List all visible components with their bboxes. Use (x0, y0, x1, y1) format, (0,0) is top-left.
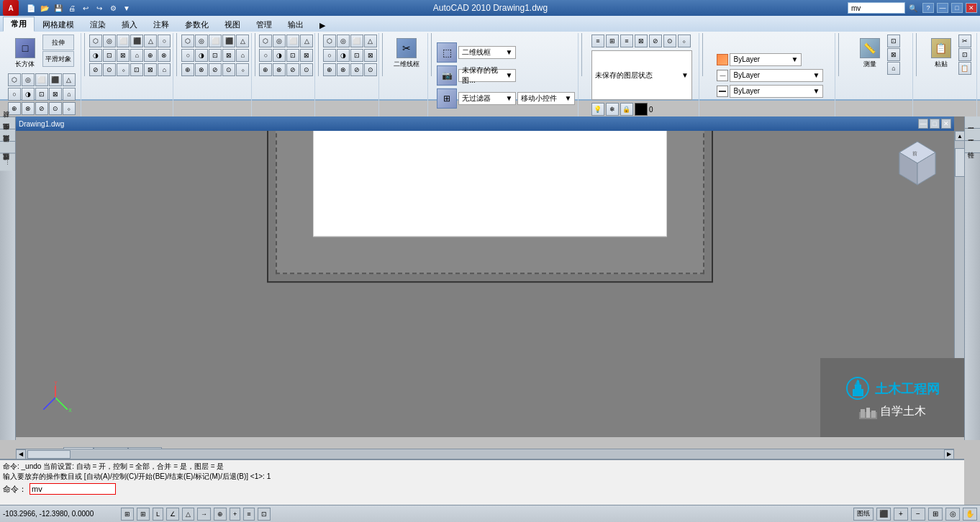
model-space-icon[interactable]: ⬛ (876, 508, 891, 521)
paste-button[interactable]: 📋 粘贴 (925, 35, 957, 72)
mesh-btn-18[interactable]: ⌂ (158, 63, 171, 76)
tool-btn-5[interactable]: △ (63, 73, 76, 86)
drawing-canvas[interactable] (267, 116, 713, 283)
scroll-left-button[interactable]: ◀ (16, 449, 26, 459)
help-button[interactable]: ? (922, 3, 934, 13)
util-btn-2[interactable]: ⊠ (887, 48, 900, 61)
pan-btn[interactable]: ✋ (963, 508, 977, 521)
solid-btn-1[interactable]: ⬡ (181, 35, 194, 47)
solid-btn-13[interactable]: ⊘ (209, 63, 222, 76)
dw-close-button[interactable]: ✕ (941, 119, 951, 129)
solid-btn-6[interactable]: ○ (181, 49, 194, 62)
modify-btn-7[interactable]: ⊡ (350, 49, 363, 62)
view-saved-dropdown[interactable]: 未保存的视图... ▼ (458, 69, 516, 82)
panel-render-settings[interactable]: 高级渲染设置 (0, 141, 15, 153)
solid-btn-7[interactable]: ◑ (195, 49, 208, 62)
dyn-button[interactable]: + (230, 508, 240, 521)
draw-btn-12[interactable]: ⊙ (300, 63, 313, 76)
mesh-btn-1[interactable]: ⬡ (89, 35, 102, 47)
modify-btn-2[interactable]: ◎ (337, 35, 350, 47)
draw-btn-8[interactable]: ⊠ (300, 49, 313, 62)
tool-btn-11[interactable]: ⊕ (8, 102, 21, 115)
draw-btn-6[interactable]: ◑ (273, 49, 286, 62)
view-filter-dropdown[interactable]: 无过滤器 ▼ (458, 92, 516, 105)
draw-btn-10[interactable]: ⊗ (273, 63, 286, 76)
modify-btn-12[interactable]: ⊙ (364, 63, 377, 76)
layer-vis-btn[interactable]: 💡 (591, 103, 604, 116)
copy-btn[interactable]: ⊡ (958, 48, 971, 61)
solid-btn-8[interactable]: ⊡ (209, 49, 222, 62)
solid-btn-2[interactable]: ◎ (195, 35, 208, 47)
util-btn-1[interactable]: ⊡ (887, 35, 900, 47)
layer-btn-6[interactable]: ⊙ (663, 35, 676, 47)
view-gizmo-dropdown[interactable]: 移动小控件 ▼ (517, 92, 575, 105)
snap-button[interactable]: △ (182, 508, 194, 521)
mesh-btn-2[interactable]: ◎ (103, 35, 116, 47)
search-icon[interactable]: 🔍 (907, 1, 920, 14)
mesh-btn-10[interactable]: ⌂ (130, 49, 143, 62)
undo-button[interactable]: ↩ (79, 1, 92, 14)
mesh-btn-7[interactable]: ◑ (89, 49, 102, 62)
new-file-button[interactable]: 📄 (24, 1, 37, 14)
snap-grid-button[interactable]: ⊞ (121, 508, 134, 521)
tool-btn-7[interactable]: ◑ (22, 88, 35, 101)
util-btn-3[interactable]: ⌂ (887, 62, 900, 75)
mesh-btn-6[interactable]: ○ (158, 35, 171, 47)
mesh-btn-8[interactable]: ⊡ (103, 49, 116, 62)
draw-btn-11[interactable]: ⊘ (286, 63, 299, 76)
tool-btn-8[interactable]: ⊡ (35, 88, 48, 101)
tool-btn-4[interactable]: ⬛ (49, 73, 62, 86)
view-style-dropdown[interactable]: 二维线框 ▼ (458, 46, 516, 59)
tab-常用[interactable]: 常用 (3, 17, 35, 32)
modify-btn-11[interactable]: ⊘ (350, 63, 363, 76)
dropdown-arrow-button[interactable]: ▼ (120, 1, 133, 14)
mesh-btn-15[interactable]: ⬦ (117, 63, 130, 76)
linetype-dropdown[interactable]: ByLayer ▼ (730, 69, 823, 82)
command-input[interactable] (30, 483, 116, 495)
tool-btn-12[interactable]: ⊗ (22, 102, 35, 115)
box-button[interactable]: □ 长方体 (9, 35, 41, 72)
viewcube[interactable]: 前 (892, 138, 943, 188)
tool-btn-13[interactable]: ⊘ (35, 102, 48, 115)
mesh-btn-3[interactable]: ⬜ (117, 35, 130, 47)
solid-btn-14[interactable]: ⊙ (222, 63, 235, 76)
solid-btn-12[interactable]: ⊗ (195, 63, 208, 76)
nav-wheel-btn[interactable]: ◎ (945, 508, 960, 521)
panel-tool-palettes[interactable]: 工具选项板 (965, 129, 980, 141)
panel-sheet-manager[interactable]: 图纸管理器 (965, 116, 980, 129)
tab-渲染[interactable]: 渲染 (82, 17, 114, 32)
draw-btn-1[interactable]: ⬡ (259, 35, 272, 47)
modify-btn-10[interactable]: ⊗ (337, 63, 350, 76)
tab-输出[interactable]: 输出 (280, 17, 312, 32)
mesh-btn-13[interactable]: ⊘ (89, 63, 102, 76)
search-input[interactable] (848, 2, 905, 14)
mesh-btn-16[interactable]: ⊡ (130, 63, 143, 76)
solid-btn-11[interactable]: ⊕ (181, 63, 194, 76)
solid-btn-15[interactable]: ⬦ (236, 63, 249, 76)
tab-注释[interactable]: 注释 (145, 17, 177, 32)
workspace-button[interactable]: ⚙ (106, 1, 119, 14)
track-button[interactable]: → (197, 508, 211, 521)
solid-btn-3[interactable]: ⬜ (209, 35, 222, 47)
layer-state-dropdown[interactable]: 未保存的图层状态 ▼ (591, 50, 692, 100)
modify-btn-9[interactable]: ⊕ (323, 63, 336, 76)
tab-管理[interactable]: 管理 (248, 17, 280, 32)
cut-btn[interactable]: ✂ (958, 35, 971, 47)
tab-more[interactable]: ▶ (312, 19, 333, 32)
color-dropdown[interactable]: ByLayer ▼ (730, 53, 802, 66)
scroll-up-button[interactable]: ▲ (955, 131, 964, 141)
maximize-button[interactable]: □ (951, 3, 963, 13)
tool-btn-3[interactable]: ⬜ (35, 73, 48, 86)
layer-btn-3[interactable]: ≡ (620, 35, 633, 47)
zoom-fit-btn[interactable]: ⊞ (928, 508, 943, 521)
tab-参数化[interactable]: 参数化 (177, 17, 217, 32)
tool-btn-2[interactable]: ◎ (22, 73, 35, 86)
panel-lights[interactable]: 模型中的光源 (0, 129, 15, 141)
solid-btn-10[interactable]: ⌂ (236, 49, 249, 62)
ducs-button[interactable]: ⊕ (214, 508, 227, 521)
tab-网格建模[interactable]: 网格建模 (35, 17, 82, 32)
redo-button[interactable]: ↪ (93, 1, 106, 14)
h-scrollbar[interactable]: ◀ ▶ (16, 449, 954, 459)
tool-btn-6[interactable]: ○ (8, 88, 21, 101)
panel-materials[interactable]: 材质 (0, 116, 15, 129)
